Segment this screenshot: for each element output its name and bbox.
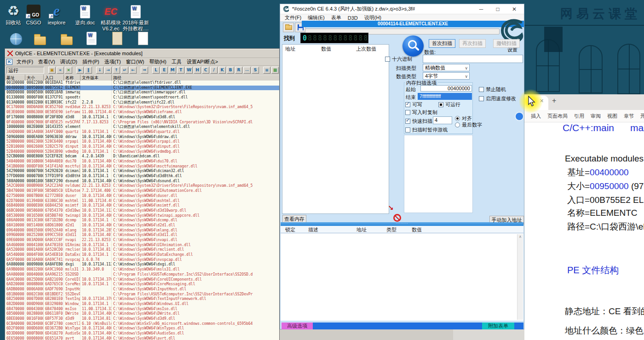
- module-row-ELEMENTC[interactable]: 004000000095000000B755E2ELEMENTCC:\口袋西游\…: [5, 86, 279, 91]
- module-row-msls31[interactable]: 6A9B0000000320006A9C1960msls313.10.349.0…: [5, 267, 279, 272]
- module-row-vdmdbg[interactable]: 52B400000000900052B43B90vdmdbg10.0.17134…: [5, 150, 279, 155]
- modules-table[interactable]: 001D000000022000001EDAA1ftdriverC:\口袋西游\…: [5, 81, 279, 340]
- close-button[interactable]: ✕: [507, 6, 521, 12]
- module-row-ddraw[interactable]: 50960000000EA00050963030ddraw10.0.17134.…: [5, 135, 279, 140]
- desktop-icon-network[interactable]: [3, 29, 29, 46]
- olly-menu-item[interactable]: 工具: [169, 58, 184, 66]
- desktop-icon-file[interactable]: [130, 29, 156, 46]
- first-scan-button[interactable]: 首次扫描: [429, 39, 455, 48]
- last-digits-radio[interactable]: 最后数字: [455, 121, 482, 128]
- toolbar-letter-M[interactable]: M: [169, 67, 176, 74]
- toolbar-icon-button[interactable]: ×: [65, 67, 72, 74]
- module-row-msimtf[interactable]: 66B400000000E00066B44250msimtf10.0.17134…: [5, 203, 279, 208]
- toolbar-icon-button[interactable]: ▶: [76, 67, 84, 74]
- ribbon-item-开发工具[interactable]: 开发工具: [640, 113, 644, 120]
- ce-menu-item[interactable]: 文件(F): [282, 14, 304, 21]
- olly-menu-item[interactable]: 插件(P): [80, 58, 102, 66]
- splitter-handle[interactable]: ········: [281, 222, 523, 226]
- module-row-CoreMess[interactable]: 6AD200000008B0006AD765C0CoreMess10.0.171…: [5, 282, 279, 287]
- toolbar-letter-L[interactable]: L: [152, 67, 160, 74]
- ribbon-item-章节[interactable]: 章节: [624, 113, 634, 120]
- col-address[interactable]: 地址: [356, 226, 367, 233]
- cheat-table-scrollbar[interactable]: ∧: [517, 234, 523, 320]
- module-row-SS2OSD[interactable]: 6AA80000000400006AA96215SS2OSDC:\Program…: [5, 272, 279, 277]
- aligned-radio[interactable]: 对齐: [455, 115, 472, 122]
- module-row-dinput[interactable]: 52B100000002600052B2C570dinput10.0.17134…: [5, 144, 279, 150]
- scan-value-input[interactable]: [423, 55, 523, 63]
- attach-form-button[interactable]: 附加表单: [482, 323, 514, 329]
- found-address-list[interactable]: 地址 数值 上次数值: [282, 44, 389, 214]
- olly-menu-item[interactable]: 选项(T): [102, 58, 123, 66]
- module-row-dxgi[interactable]: 6A880000000980006A8AFEB0dxgi10.0.17134.1…: [5, 262, 279, 267]
- ribbon-item-审阅[interactable]: 审阅: [591, 113, 601, 120]
- maximize-button[interactable]: □: [491, 6, 505, 12]
- module-row-CoreUICo[interactable]: 6AAC00000025D0006AB21690CoreUICo10.0.171…: [5, 277, 279, 282]
- ce-menu-item[interactable]: D3D: [345, 15, 361, 21]
- ce-titlebar[interactable]: *#oscze0n CE 6.4.3 (风叶人-加强版) z.dw>,q>o3>…: [280, 4, 524, 14]
- module-row-nvd3dum[interactable]: 0C17000000D0A0000C852760nvd3dum22.21.13.…: [5, 105, 279, 110]
- module-row-d3d8thk[interactable]: 57FD00000000700057FD19F0d3d8thk10.0.1713…: [5, 174, 279, 179]
- module-row-dciman32[interactable]: 542900000000700054292020dciman3210.0.171…: [5, 169, 279, 174]
- copy-on-write-checkbox[interactable]: 写入时复制: [405, 109, 437, 116]
- toolbar-icon-button[interactable]: ≡: [263, 67, 270, 74]
- module-row-mlang[interactable]: 696400000003500069652A40mlang10.0.17134.…: [5, 228, 279, 233]
- module-row-UIAutoma[interactable]: 5B4700000019F0005B5005C0UIAutoma7.2.1713…: [5, 189, 279, 194]
- module-row-comctl32[interactable]: 6CBA0000002040006CBF2780comctl326.10 (Wi…: [5, 322, 279, 327]
- module-row-nvspcap[interactable]: 6A5F00000016A0006A69C741nvspcap3.6.0.74C…: [5, 258, 279, 263]
- scroll-up-icon[interactable]: ∧: [519, 235, 522, 239]
- column-header-5[interactable]: 文件版本: [80, 75, 112, 81]
- toolbar-icon-button[interactable]: →: [104, 67, 112, 74]
- document-page[interactable]: C/C++:main mainExecutable modules,基址=004…: [524, 122, 644, 340]
- new-tab-icon[interactable]: +: [552, 97, 556, 105]
- module-row-ifc22[interactable]: 013A000000032000013B938Cifc222.2.8C:\口袋西…: [5, 100, 279, 105]
- module-row-mshtml[interactable]: 62D700000139400063386C30mshtml11.00.1713…: [5, 199, 279, 204]
- unrandomizer-checkbox[interactable]: 禁止随机: [479, 86, 506, 93]
- desktop-icon-scroll[interactable]: [104, 29, 131, 46]
- module-row-d2d1[interactable]: 68A100000051400068D61800d2d110.0.17134.4…: [5, 223, 279, 228]
- column-header-3[interactable]: 入口: [44, 75, 64, 81]
- olly-menu-item[interactable]: 设置API断点>: [184, 58, 220, 66]
- toolbar-letter-/[interactable]: /: [210, 67, 218, 74]
- toolbar-letter-W[interactable]: W: [185, 67, 193, 74]
- toolbar-letter-K[interactable]: K: [218, 67, 226, 74]
- module-row-ieframe[interactable]: 0E3E000000B630000E5B5E90ieframe11.00.171…: [5, 110, 279, 115]
- col-type[interactable]: 类型: [386, 226, 397, 233]
- fast-scan-checkbox[interactable]: 快速扫描: [405, 118, 432, 125]
- module-row-nvapi[interactable]: 69E60000003AD0006A0CCC8Fnvapi22.21.13.82…: [5, 238, 279, 243]
- olly-menu-item[interactable]: 查看(V): [36, 58, 58, 66]
- desktop-icon-folder[interactable]: [53, 29, 80, 46]
- desktop-icon-精易模块[interactable]: EC精易模块 V6.2.ec: [98, 2, 124, 32]
- module-row-Window_1[interactable]: 6B2D0000000D90006B329080Window_110.0.171…: [5, 302, 279, 307]
- toolbar-icon-button[interactable]: ▦: [271, 67, 279, 74]
- column-header-6[interactable]: 路径: [112, 75, 279, 81]
- column-header-2[interactable]: 大小: [25, 75, 44, 81]
- module-row-nvldumd[interactable]: 5A2C0000000B90005A2C23A0nvldumd22.21.13.…: [5, 184, 279, 189]
- module-row-rmclient[interactable]: 6A5200000001A0006A528CD0rmclient10.0.171…: [5, 248, 279, 253]
- ce-menu-item[interactable]: 编辑(E): [305, 14, 328, 21]
- ce-menu-item[interactable]: 说明(H): [362, 14, 384, 21]
- module-row-dcomp[interactable]: 686A00000013C0006871D2B0dcomp10.0.17134.…: [5, 218, 279, 223]
- module-row-TextInpu[interactable]: 6B2500000007D0006B2801E0TextInpu10.0.171…: [5, 297, 279, 302]
- module-row-UIAnimat[interactable]: 6A460000000410006A4781E0UIAnimat10.0.171…: [5, 243, 279, 248]
- column-header-4[interactable]: 名称: [64, 75, 80, 81]
- module-row-AudioSes[interactable]: 6D3D0000000FB0006D410270AudioSes10.0.171…: [5, 331, 279, 336]
- toolbar-letter-H[interactable]: H: [194, 67, 201, 74]
- desktop-icon-doc[interactable]: [78, 29, 105, 46]
- start-address-input[interactable]: 00400000: [420, 85, 472, 92]
- module-row-dui70[interactable]: 540400000016B000540A40E0dui7010.0.17134.…: [5, 159, 279, 164]
- found-col-value[interactable]: 数值: [321, 46, 331, 52]
- column-header-1[interactable]: 基址: [5, 75, 25, 81]
- toolbar-icon-button[interactable]: ←: [129, 67, 137, 74]
- desktop-icon-2018年最新[interactable]: 2018年最新 外挂教程....: [122, 2, 149, 32]
- col-description[interactable]: 描述: [308, 226, 318, 233]
- module-row-DWrite[interactable]: 6B500000002880006B6118F0DWrite10.0.17134…: [5, 311, 279, 317]
- toolbar-letter-...[interactable]: ...: [243, 67, 251, 74]
- module-row-ftdriver[interactable]: 001D000000022000001EDAA1ftdriverC:\口袋西游\…: [5, 81, 279, 86]
- desktop-icon-iexplore[interactable]: e↗iexplore: [43, 2, 70, 26]
- module-row-elements[interactable]: 10000000002E000010143355elementsC:\口袋西游\…: [5, 125, 279, 130]
- module-row-d3d8[interactable]: 0F170000000B80000F20F8D0d3d810.0.17134.1…: [5, 115, 279, 120]
- module-row-srpapi[interactable]: 528B000000023000528C6400srpapi10.0.17134…: [5, 139, 279, 144]
- module-row-duser[interactable]: 627500000007B000627728E0duser10.0.17134.…: [5, 194, 279, 199]
- toolbar-letter-T[interactable]: T: [177, 67, 184, 74]
- toolbar-letter-C[interactable]: C: [202, 67, 209, 74]
